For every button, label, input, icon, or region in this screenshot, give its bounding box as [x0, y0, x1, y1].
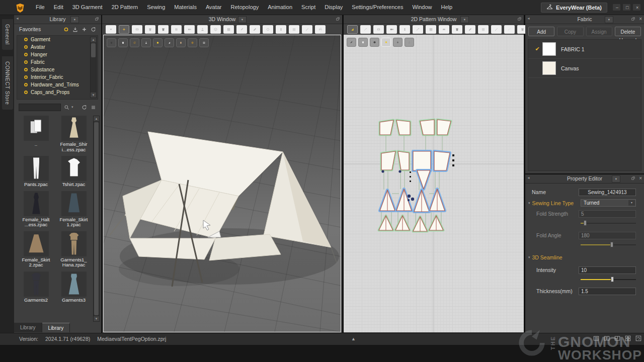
favorites-item[interactable]: Avatar	[17, 43, 98, 51]
library-item[interactable]: Garments1_ Hana.zpac	[56, 231, 92, 268]
library-item[interactable]: ..	[18, 116, 54, 152]
favorites-item[interactable]: Fabric	[17, 58, 98, 66]
edit-sewing-tool[interactable]	[491, 25, 502, 34]
trace-tool[interactable]	[386, 25, 397, 34]
popout-icon[interactable]	[517, 17, 522, 21]
panel-menu-caret-icon[interactable]: ▾	[605, 16, 613, 23]
menu-item[interactable]: Sewing	[142, 0, 170, 15]
name-input[interactable]	[579, 189, 636, 196]
tab-general[interactable]: General	[2, 19, 13, 50]
refresh-library-icon[interactable]	[90, 26, 97, 33]
solidify-tool[interactable]	[276, 25, 286, 34]
show-paper-2d-icon[interactable]	[381, 38, 391, 47]
everywear-button[interactable]: EveryWear (Beta)	[541, 3, 607, 13]
menu-item[interactable]: Avatar	[201, 0, 226, 15]
intensity-input[interactable]	[579, 266, 636, 274]
flatten-tool[interactable]	[439, 25, 449, 34]
edit-curve-tool[interactable]	[413, 25, 423, 34]
library-item[interactable]: Female_Halt ...ess.zpac	[18, 191, 54, 228]
fabric-row[interactable]: ✔ FABRIC 1	[528, 40, 641, 59]
wind-tool[interactable]	[315, 25, 326, 34]
popout-icon[interactable]	[95, 17, 99, 21]
close-icon[interactable]: ×	[639, 175, 642, 182]
library-search-input[interactable]	[19, 104, 61, 111]
close-icon[interactable]: ×	[639, 16, 642, 22]
library-scrollbar[interactable]: ▲ ▼	[93, 116, 100, 322]
library-item[interactable]: Garments3	[56, 272, 92, 303]
search-icon[interactable]	[64, 105, 69, 110]
fabric-action-button[interactable]: Add	[528, 27, 554, 36]
pleats-tool[interactable]	[478, 25, 489, 34]
show-plane-icon[interactable]	[165, 38, 174, 47]
import-icon[interactable]	[71, 26, 79, 33]
fabric-row[interactable]: ✔ Canvas	[528, 59, 641, 78]
capture-tool[interactable]	[184, 25, 195, 34]
3d-viewport[interactable]	[103, 35, 341, 332]
favorites-item[interactable]: Garment	[17, 36, 98, 43]
menu-item[interactable]: Help	[437, 0, 457, 15]
arrangement-tool[interactable]	[210, 25, 221, 34]
menu-item[interactable]: Animation	[263, 0, 297, 15]
fabric-action-button[interactable]: Delete Unused	[615, 27, 641, 36]
library-tab[interactable]: Library	[14, 323, 42, 332]
menu-item[interactable]: Edit	[49, 0, 68, 15]
avatar-tool[interactable]	[197, 25, 208, 34]
section-caret-icon[interactable]: ▾	[528, 201, 530, 205]
polygon-tool[interactable]	[373, 25, 384, 34]
panel-menu-caret-icon[interactable]: ▾	[612, 175, 620, 183]
maximize-button[interactable]: □	[622, 4, 631, 11]
menu-item[interactable]: Settings/Preferences	[347, 0, 408, 15]
fabric-action-button[interactable]: Copy	[557, 27, 583, 36]
show-avatar-icon[interactable]	[141, 38, 151, 47]
sewing-tool[interactable]	[250, 25, 260, 34]
menu-item[interactable]: 2D Pattern	[107, 0, 143, 15]
render-table-icon[interactable]	[199, 38, 209, 47]
favorites-filter-icon[interactable]	[62, 26, 70, 33]
favorites-item[interactable]: Substance	[17, 66, 98, 73]
pattern-avatar-tool[interactable]	[399, 25, 410, 34]
minimize-button[interactable]: –	[612, 4, 621, 11]
close-button[interactable]: ×	[632, 4, 641, 11]
scroll-up-icon[interactable]: ▲	[91, 37, 96, 42]
tack-tool[interactable]	[302, 25, 312, 34]
seam-pen-icon[interactable]	[347, 38, 356, 47]
favorites-item[interactable]: Caps_and_Props	[17, 88, 98, 96]
grid-tool[interactable]	[223, 25, 234, 34]
panel-menu-caret-icon[interactable]: ▾	[70, 16, 79, 23]
scroll-up-icon[interactable]: ▲	[94, 116, 99, 121]
favorites-item[interactable]: Hanger	[17, 51, 98, 58]
environment-icon[interactable]	[188, 38, 197, 47]
library-item[interactable]: Tshirt.zpac	[56, 156, 92, 188]
layout-columns-icon[interactable]	[603, 335, 610, 342]
pin-tool[interactable]	[236, 25, 247, 34]
library-item[interactable]: Female_Skirt 1.zpac	[56, 191, 92, 228]
favorites-item[interactable]: Interior_Fabric	[17, 73, 98, 81]
2d-viewport[interactable]: .gG{stroke:#a3d7ab;stroke-width:5;fill:n…	[344, 35, 524, 332]
lock-pattern-icon[interactable]	[393, 38, 403, 47]
show-head-icon[interactable]	[176, 38, 186, 47]
view-mode-icon[interactable]	[90, 104, 97, 111]
show-garment-dark-icon[interactable]	[107, 38, 116, 47]
menu-item[interactable]: Script	[297, 0, 320, 15]
library-tab[interactable]: Library	[42, 323, 70, 332]
intensity-slider[interactable]	[581, 277, 636, 282]
refresh-search-icon[interactable]	[80, 104, 88, 111]
window-menu-caret-icon[interactable]: ▾	[460, 16, 469, 23]
animation-panel-expander-icon[interactable]: ▲	[351, 336, 356, 341]
scroll-down-icon[interactable]: ▼	[91, 93, 96, 98]
fabric-swatch[interactable]	[542, 42, 556, 56]
show-paper-icon[interactable]	[153, 38, 163, 47]
transform-pattern-tool[interactable]	[347, 25, 358, 34]
popout-icon[interactable]	[631, 17, 635, 21]
popout-icon[interactable]	[336, 17, 340, 21]
show-garment-icon[interactable]	[118, 38, 128, 47]
darts-tool[interactable]	[452, 25, 462, 34]
library-item[interactable]: Pants.zpac	[18, 156, 54, 188]
section-caret-icon[interactable]: ▾	[528, 255, 530, 259]
menu-item[interactable]: Materials	[170, 0, 201, 15]
scroll-down-icon[interactable]: ▼	[94, 316, 99, 321]
library-item[interactable]: Female_Shir i...ess.zpac	[56, 116, 92, 152]
topstitch-tool[interactable]	[504, 25, 515, 34]
edit-pattern-tool[interactable]	[360, 25, 371, 34]
grading-tool[interactable]	[426, 25, 436, 34]
